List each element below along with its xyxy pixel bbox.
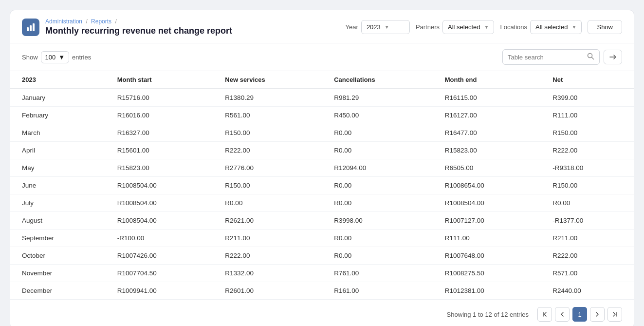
- cell-value: -R9318.00: [541, 159, 634, 177]
- partners-dropdown[interactable]: All selected ▼: [442, 20, 494, 34]
- locations-chevron-icon: ▼: [572, 24, 577, 30]
- cell-month: July: [10, 194, 106, 212]
- entries-select[interactable]: 100 ▼: [41, 51, 70, 63]
- toolbar: Show 100 ▼ entries: [10, 43, 634, 71]
- page-1-button[interactable]: 1: [572, 307, 587, 322]
- cell-month: October: [10, 247, 106, 265]
- year-chevron-icon: ▼: [385, 24, 389, 30]
- cell-value: R1007426.00: [106, 247, 214, 265]
- table-row: DecemberR1009941.00R2601.00R161.00R10123…: [10, 282, 634, 300]
- table-row: JulyR1008504.00R0.00R0.00R1008504.00R0.0…: [10, 194, 634, 212]
- first-page-button[interactable]: [537, 307, 552, 322]
- locations-dropdown[interactable]: All selected ▼: [530, 20, 582, 34]
- cell-value: R16016.00: [106, 107, 214, 124]
- breadcrumb-reports-link[interactable]: Reports: [91, 18, 111, 25]
- entries-chevron-icon: ▼: [58, 54, 65, 61]
- cell-value: R15601.00: [106, 142, 214, 159]
- search-icon-button[interactable]: [587, 53, 594, 61]
- cell-month: March: [10, 124, 106, 142]
- col-header-month-end: Month end: [433, 71, 541, 89]
- table-row: September-R100.00R211.00R0.00R111.00R211…: [10, 230, 634, 247]
- col-header-year: 2023: [10, 71, 106, 89]
- cell-month: June: [10, 177, 106, 194]
- cell-value: R2440.00: [541, 282, 634, 300]
- cell-value: R561.00: [213, 107, 322, 124]
- cell-value: R1012381.00: [433, 282, 541, 300]
- breadcrumb-sep1: /: [86, 18, 89, 25]
- cell-value: R0.00: [322, 142, 433, 159]
- cell-value: -R1377.00: [541, 212, 634, 230]
- locations-label: Locations: [500, 23, 527, 31]
- cell-value: R1008504.00: [106, 194, 214, 212]
- svg-rect-2: [33, 23, 35, 31]
- cell-value: R2601.00: [213, 282, 322, 300]
- pagination-bar: Showing 1 to 12 of 12 entries 1: [10, 300, 634, 326]
- col-header-cancellations: Cancellations: [322, 71, 433, 89]
- search-export-group: [502, 49, 622, 65]
- cell-value: R1007704.50: [106, 265, 214, 282]
- breadcrumb-sep2: /: [115, 18, 116, 25]
- table-row: FebruaryR16016.00R561.00R450.00R16127.00…: [10, 107, 634, 124]
- export-button[interactable]: [604, 50, 622, 64]
- cell-month: August: [10, 212, 106, 230]
- prev-page-button[interactable]: [555, 307, 570, 322]
- cell-value: R1007648.00: [433, 247, 541, 265]
- header-left: Administration / Reports / Monthly recur…: [22, 18, 232, 36]
- cell-value: R1332.00: [213, 265, 322, 282]
- partners-chevron-icon: ▼: [484, 24, 489, 30]
- entries-label: entries: [72, 54, 91, 61]
- cell-value: R0.00: [322, 194, 433, 212]
- table-row: MayR15823.00R2776.00R12094.00R6505.00-R9…: [10, 159, 634, 177]
- locations-control-group: Locations All selected ▼: [500, 20, 582, 34]
- data-table: 2023 Month start New services Cancellati…: [10, 71, 634, 300]
- show-button[interactable]: Show: [588, 20, 622, 34]
- next-page-button[interactable]: [590, 307, 605, 322]
- cell-value: R981.29: [322, 89, 433, 107]
- header: Administration / Reports / Monthly recur…: [10, 10, 634, 43]
- header-controls: Year 2023 ▼ Partners All selected ▼ Loca…: [346, 20, 622, 34]
- breadcrumb-admin-link[interactable]: Administration: [45, 18, 82, 25]
- cell-value: R111.00: [433, 230, 541, 247]
- cell-value: R0.00: [322, 247, 433, 265]
- table-row: AprilR15601.00R222.00R0.00R15823.00R222.…: [10, 142, 634, 159]
- cell-value: R6505.00: [433, 159, 541, 177]
- breadcrumb: Administration / Reports /: [45, 18, 232, 25]
- cell-value: R15823.00: [106, 159, 214, 177]
- table-row: NovemberR1007704.50R1332.00R761.00R10082…: [10, 265, 634, 282]
- cell-value: R150.00: [541, 124, 634, 142]
- cell-value: R761.00: [322, 265, 433, 282]
- cell-value: R150.00: [541, 177, 634, 194]
- cell-value: R16327.00: [106, 124, 214, 142]
- cell-value: R211.00: [213, 230, 322, 247]
- show-entries-group: Show 100 ▼ entries: [22, 51, 91, 63]
- year-value: 2023: [367, 23, 381, 31]
- search-input[interactable]: [508, 54, 583, 61]
- col-header-new-services: New services: [213, 71, 322, 89]
- table-row: AugustR1008504.00R2621.00R3998.00R100712…: [10, 212, 634, 230]
- partners-label: Partners: [416, 23, 440, 31]
- cell-value: R399.00: [541, 89, 634, 107]
- cell-value: R3998.00: [322, 212, 433, 230]
- cell-value: R211.00: [541, 230, 634, 247]
- last-page-button[interactable]: [607, 307, 622, 322]
- cell-value: R0.00: [541, 194, 634, 212]
- year-dropdown[interactable]: 2023 ▼: [361, 20, 410, 34]
- cell-value: R1008504.00: [106, 177, 214, 194]
- table-header-row: 2023 Month start New services Cancellati…: [10, 71, 634, 89]
- cell-value: R15716.00: [106, 89, 214, 107]
- cell-month: May: [10, 159, 106, 177]
- col-header-net: Net: [541, 71, 634, 89]
- cell-value: R222.00: [213, 142, 322, 159]
- cell-month: September: [10, 230, 106, 247]
- cell-value: R150.00: [213, 177, 322, 194]
- table-row: JuneR1008504.00R150.00R0.00R1008654.00R1…: [10, 177, 634, 194]
- cell-value: R12094.00: [322, 159, 433, 177]
- cell-value: R15823.00: [433, 142, 541, 159]
- cell-value: R222.00: [213, 247, 322, 265]
- cell-value: R0.00: [213, 194, 322, 212]
- page-title: Monthly recurring revenue net change rep…: [45, 26, 232, 36]
- cell-value: R1008504.00: [106, 212, 214, 230]
- pagination-info: Showing 1 to 12 of 12 entries: [447, 311, 529, 318]
- table-row: MarchR16327.00R150.00R0.00R16477.00R150.…: [10, 124, 634, 142]
- cell-month: January: [10, 89, 106, 107]
